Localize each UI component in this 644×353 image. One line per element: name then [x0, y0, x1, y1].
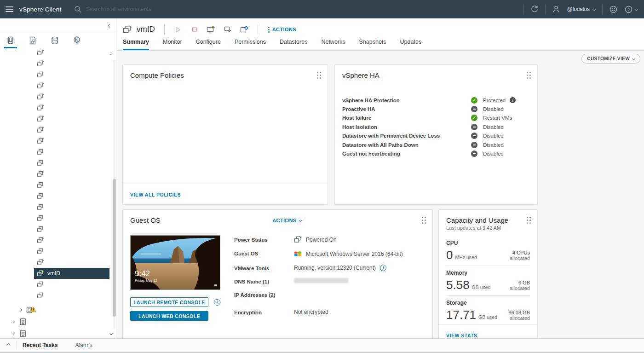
vm-tree-row[interactable] [34, 290, 109, 301]
vm-tree-row[interactable] [34, 235, 109, 246]
launch-web-console-button[interactable]: LAUNCH WEB CONSOLE [130, 311, 208, 321]
vm-tree-row[interactable] [34, 80, 109, 91]
guest-os-actions-menu[interactable]: ACTIONS [272, 218, 301, 223]
tab[interactable]: Configure [196, 39, 221, 50]
view-all-policies-link[interactable]: VIEW ALL POLICIES [130, 192, 181, 197]
scrollbar-thumb[interactable] [113, 179, 116, 317]
vm-icon [37, 127, 44, 133]
collapse-sidebar-icon[interactable] [108, 23, 112, 27]
drag-handle-icon[interactable] [527, 217, 531, 224]
vm-tree-row[interactable] [34, 246, 109, 257]
vm-tree-row[interactable] [34, 179, 109, 191]
customize-view-button[interactable]: CUSTOMIZE VIEW [581, 54, 640, 64]
vm-tree-row[interactable] [34, 58, 109, 69]
storage-icon[interactable] [48, 36, 62, 48]
info-icon[interactable]: i [380, 265, 386, 271]
edit-settings-icon[interactable] [238, 24, 250, 35]
dns-name-field: DNS Name (1) [234, 278, 425, 284]
recent-tasks-tab[interactable]: Recent Tasks [23, 342, 58, 348]
vm-tree-row[interactable] [34, 168, 109, 179]
tab[interactable]: Monitor [163, 39, 182, 50]
menu-icon[interactable] [0, 0, 18, 18]
view-stats-link[interactable]: VIEW STATS [446, 333, 477, 338]
drag-handle-icon[interactable] [527, 72, 531, 79]
networks-icon[interactable] [70, 36, 84, 48]
vm-tree-row[interactable] [34, 91, 109, 102]
datacenter-tree-row[interactable] [0, 328, 109, 338]
summary-content: CUSTOMIZE VIEW Compute Policies VIEW ALL… [117, 51, 644, 338]
global-search-input[interactable]: Search in all environments [74, 3, 226, 15]
divider [602, 4, 603, 14]
capacity-used-value: 17.71 [446, 309, 476, 321]
tab[interactable]: Snapshots [359, 39, 386, 50]
expand-icon[interactable] [19, 308, 22, 311]
info-icon[interactable]: i [510, 97, 516, 103]
vm-tree-row[interactable] [34, 202, 109, 213]
top-header-bar: vSphere Client Search in all environment… [0, 0, 644, 18]
hosts-clusters-icon[interactable] [4, 36, 17, 48]
datacenter-tree-row[interactable] [0, 316, 109, 328]
ha-status-row: Guest not heartbeating Disabled i [342, 149, 530, 158]
vm-tree-row[interactable]: vmID [34, 268, 109, 279]
user-icon[interactable] [552, 5, 560, 13]
vm-tree-row[interactable] [34, 102, 109, 113]
app-title: vSphere Client [19, 6, 61, 13]
tree-scrollbar[interactable] [113, 60, 116, 328]
expand-icon[interactable] [12, 320, 15, 323]
capacity-usage-card: Capacity and Usage Last updated at 9:42 … [438, 209, 538, 338]
drag-handle-icon[interactable] [422, 217, 426, 224]
vm-actions-menu[interactable]: ACTIONS [268, 27, 296, 33]
vmware-tools-field: VMware Tools Running, version:12320 (Cur… [234, 265, 425, 271]
refresh-icon[interactable] [530, 5, 539, 13]
vm-console-thumbnail[interactable]: 9:42 Friday, May 12 [130, 235, 220, 290]
vm-tree-row[interactable] [34, 279, 109, 290]
tab[interactable]: Datastores [280, 39, 307, 50]
vm-tree-row[interactable] [34, 146, 109, 157]
cluster-warning-icon [26, 306, 36, 314]
object-header: vmID AC [117, 18, 644, 51]
help-menu[interactable]: ? [624, 5, 638, 14]
field-value: Microsoft Windows Server 2016 (64-bit) [306, 251, 403, 257]
scroll-down-icon[interactable] [108, 330, 114, 336]
tab[interactable]: Networks [321, 39, 345, 50]
lockscreen-date: Friday, May 12 [135, 278, 157, 283]
chevron-down-icon [632, 57, 635, 60]
user-menu[interactable]: @localos [567, 6, 596, 12]
ha-row-label: Proactive HA [342, 106, 471, 112]
divider [258, 24, 258, 35]
vm-tree-row[interactable] [34, 213, 109, 224]
vm-tree-row[interactable] [34, 257, 109, 268]
drag-handle-icon[interactable] [317, 72, 321, 79]
migrate-icon[interactable] [222, 24, 234, 35]
tab[interactable]: Permissions [235, 39, 266, 50]
status-icon [471, 142, 477, 148]
scroll-up-icon[interactable] [108, 52, 114, 58]
launch-remote-console-button[interactable]: LAUNCH REMOTE CONSOLE [130, 297, 208, 307]
expand-icon[interactable] [12, 332, 15, 335]
encryption-field: Encryption Not encrypted [234, 309, 425, 315]
launch-remote-console-icon[interactable] [205, 24, 217, 35]
ha-status-row: Host failure Restart VMs i [342, 114, 530, 122]
vm-tree-row[interactable] [34, 224, 109, 235]
vm-tree-row[interactable] [34, 157, 109, 168]
vm-tree-row[interactable] [34, 191, 109, 202]
ha-row-label: Host failure [342, 115, 471, 121]
vm-tree-row[interactable] [34, 124, 109, 135]
vm-tree-row[interactable] [34, 113, 109, 124]
ha-row-value: Disabled [483, 124, 504, 130]
alarms-tab[interactable]: Alarms [75, 342, 92, 348]
info-icon[interactable]: i [214, 299, 220, 306]
tab[interactable]: Summary [123, 39, 149, 50]
vms-templates-icon[interactable] [26, 36, 40, 48]
feedback-smiley-icon[interactable] [609, 5, 618, 14]
expand-panel-icon[interactable] [0, 344, 17, 347]
capacity-allocated-value: 86.08 GB [509, 310, 530, 315]
vm-tree-row[interactable] [34, 50, 109, 58]
vm-tree-row[interactable] [34, 69, 109, 80]
cluster-tree-row[interactable] [0, 304, 109, 316]
vm-tree-row[interactable] [34, 135, 109, 146]
power-on-icon[interactable] [172, 24, 184, 35]
status-icon [471, 106, 477, 112]
tab[interactable]: Updates [400, 39, 422, 50]
power-off-icon[interactable] [189, 24, 201, 35]
